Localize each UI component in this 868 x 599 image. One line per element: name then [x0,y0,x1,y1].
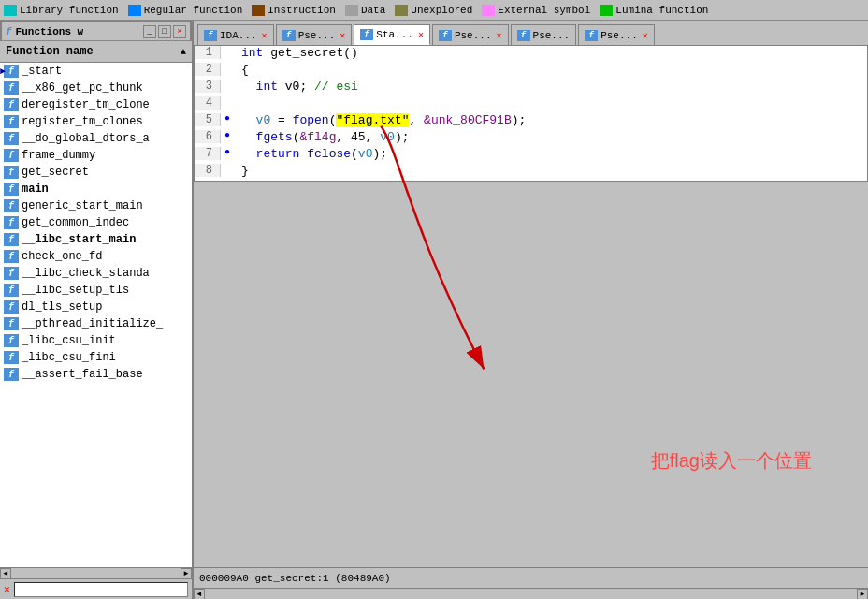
legend-instruction: Instruction [252,5,336,16]
tab-pse4-label: Pse... [600,30,638,41]
legend-external-color [482,5,495,16]
code-scroll-right[interactable]: ► [857,589,868,600]
tab-sta-close[interactable]: ✕ [418,29,424,40]
func-name-register: register_tm_clones [22,115,143,128]
code-area[interactable]: 1 int get_secret() 2 { 3 int v0; // esi [194,45,868,182]
code-h-scrollbar[interactable]: ◄ ► [194,588,868,599]
func-name-check-one: check_one_fd [22,250,102,263]
functions-h-scrollbar[interactable]: ◄ ► [0,567,192,578]
func-icon-assert-fail: f [4,368,19,381]
func-item-libc-csu-init[interactable]: f _libc_csu_init [0,332,192,349]
func-item-frame-dummy[interactable]: f frame_dummy [0,147,192,164]
func-name-libc-csu-init: _libc_csu_init [22,334,116,347]
legend-external: External symbol [482,5,590,16]
functions-search-input[interactable] [14,582,188,597]
func-icon-start: f [4,65,19,78]
func-icon-main: f [4,183,19,196]
tab-sta-icon: f [360,29,373,40]
func-item-do-global[interactable]: f __do_global_dtors_a [0,130,192,147]
func-icon-libc-csu-fini: f [4,351,19,364]
func-item-pthread[interactable]: f __pthread_initialize_ [0,315,192,332]
tab-pse2-close[interactable]: ✕ [497,30,502,41]
code-status-bar: 000009A0 get_secret:1 (80489A0) [194,567,868,588]
legend-bar: Library function Regular function Instru… [0,0,868,21]
scroll-left[interactable]: ◄ [0,568,11,579]
func-name-libc-start: __libc_start_main [22,233,136,246]
func-icon-get-secret: f [4,166,19,179]
tab-sta-label: Sta... [376,29,413,40]
func-item-dl-tls[interactable]: f dl_tls_setup [0,299,192,315]
func-name-libc-csu-fini: _libc_csu_fini [22,351,116,364]
func-item-register[interactable]: f register_tm_clones [0,113,192,130]
func-icon-frame-dummy: f [4,149,19,162]
functions-list[interactable]: ► f _start f __x86_get_pc_thunk f deregi… [0,63,192,567]
tab-ida-icon: f [204,30,217,41]
main-layout: f Functions w _ □ × Function name ▲ ► f … [0,21,868,599]
close-button[interactable]: × [173,25,186,38]
restore-button[interactable]: □ [158,25,171,38]
minimize-button[interactable]: _ [143,25,156,38]
line-dot-5: ● [221,113,234,124]
tab-ida[interactable]: f IDA... ✕ [197,24,274,45]
func-name-dl-tls: dl_tls_setup [22,300,102,314]
functions-f-icon: f [6,26,12,37]
func-name-generic-start: generic_start_main [22,199,143,212]
func-item-libc-csu-fini[interactable]: f _libc_csu_fini [0,349,192,366]
func-item-main[interactable]: f main [0,181,192,197]
tab-pse3-label: Pse... [533,30,571,41]
functions-panel: f Functions w _ □ × Function name ▲ ► f … [0,21,194,599]
func-item-x86[interactable]: f __x86_get_pc_thunk [0,80,192,96]
tab-ida-label: IDA... [220,30,257,41]
code-line-5: 5 ● v0 = fopen("flag.txt", &unk_80CF91B)… [195,113,867,130]
func-name-x86: __x86_get_pc_thunk [22,81,143,95]
func-icon-x86: f [4,81,19,95]
func-item-start[interactable]: ► f _start [0,63,192,80]
tab-pse1[interactable]: f Pse... ✕ [276,24,353,45]
func-item-deregister[interactable]: f deregister_tm_clone [0,96,192,113]
line-num-4: 4 [195,96,221,110]
line-num-2: 2 [195,63,221,76]
func-item-get-secret[interactable]: f get_secret [0,164,192,181]
tab-pse4[interactable]: f Pse... ✕ [578,24,655,45]
tab-pse1-close[interactable]: ✕ [340,30,345,41]
tab-pse4-close[interactable]: ✕ [643,30,648,41]
tab-pse1-icon: f [282,30,296,41]
tab-pse2[interactable]: f Pse... ✕ [432,24,509,45]
func-item-check-one[interactable]: f check_one_fd [0,248,192,265]
line-num-7: 7 [195,147,221,160]
func-item-libc-setup[interactable]: f __libc_setup_tls [0,282,192,299]
tab-pse3[interactable]: f Pse... [511,24,577,45]
func-item-get-common[interactable]: f get_common_indec [0,214,192,231]
func-icon-get-common: f [4,216,19,229]
functions-column-header: Function name ▲ [0,41,192,63]
func-item-generic-start[interactable]: f generic_start_main [0,197,192,214]
tab-ida-close[interactable]: ✕ [262,30,268,41]
func-item-libc-start[interactable]: f __libc_start_main [0,231,192,248]
func-icon-libc-check: f [4,267,19,280]
func-name-libc-setup: __libc_setup_tls [22,284,129,297]
legend-lumina-color [600,5,613,16]
scroll-right[interactable]: ► [181,568,192,579]
tab-pse3-icon: f [517,30,530,41]
tab-sta[interactable]: f Sta... ✕ [354,24,430,45]
code-address: 000009A0 get_secret:1 (80489A0) [199,573,391,584]
func-item-libc-check[interactable]: f __libc_check_standa [0,265,192,282]
func-icon-generic-start: f [4,199,19,212]
code-scroll-left[interactable]: ◄ [194,589,205,600]
legend-unexplored-color [395,5,408,16]
code-line-4: 4 [195,96,867,113]
code-line-1: 1 int get_secret() [195,46,867,63]
legend-instruction-color [252,5,265,16]
func-icon-register: f [4,115,19,128]
func-item-assert-fail[interactable]: f __assert_fail_base [0,366,192,383]
func-name-start: _start [22,65,62,78]
func-name-get-common: get_common_indec [22,216,129,229]
legend-unexplored: Unexplored [395,5,472,16]
line-code-5: v0 = fopen("flag.txt", &unk_80CF91B); [234,113,867,127]
line-num-3: 3 [195,80,221,93]
line-num-1: 1 [195,46,221,59]
func-icon-dl-tls: f [4,300,19,314]
tab-pse1-label: Pse... [298,30,336,41]
legend-regular-label: Regular function [144,5,243,16]
scroll-up-arrow[interactable]: ▲ [181,47,186,57]
